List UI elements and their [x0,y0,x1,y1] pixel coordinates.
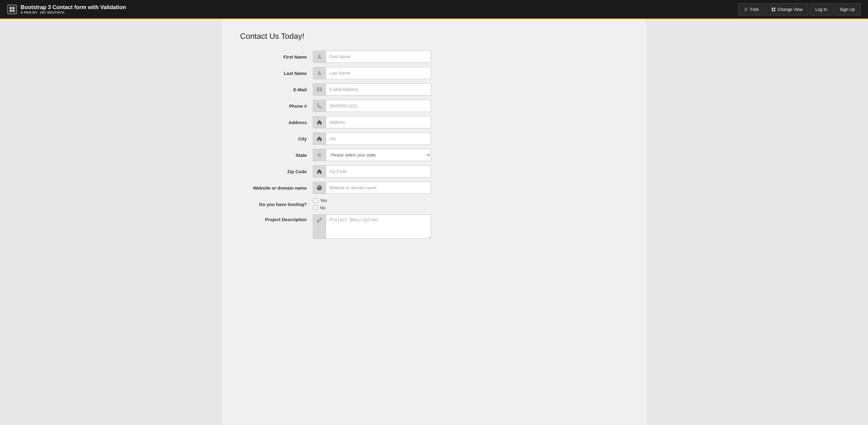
svg-rect-7 [774,9,775,11]
phone-icon [317,104,322,108]
home-icon-2 [317,136,322,141]
app-logo [7,4,17,14]
logo-icon [9,6,15,12]
navbar-actions: Fork Change View Log In Sign Up [738,3,861,16]
hosting-label: Do you have hosting? [240,202,313,207]
state-group: State Please select your stateAlabamaAla… [240,149,489,161]
hosting-yes-text: Yes [320,198,327,203]
navbar-title-block: Bootstrap 3 Contact form with Validation… [21,4,126,15]
form-title: Contact Us Today! [240,32,628,41]
phone-input-group [313,100,431,112]
phone-input[interactable] [326,100,431,112]
phone-label: Phone # [240,104,313,109]
first-name-addon [313,51,326,63]
email-group: E-Mail [240,83,489,95]
zip-input-group [313,165,431,177]
address-addon [313,116,326,128]
last-name-input[interactable] [326,67,431,79]
project-group: Project Description [240,215,489,239]
globe-icon [317,186,322,190]
fork-icon [744,7,748,11]
hosting-yes-radio[interactable] [313,198,318,203]
email-label: E-Mail [240,87,313,92]
svg-rect-6 [772,9,773,11]
website-group: Website or domain name [240,182,489,194]
project-addon [313,215,326,239]
first-name-group: First Name [240,51,489,63]
last-name-label: Last Name [240,71,313,76]
navbar: Bootstrap 3 Contact form with Validation… [0,0,868,20]
svg-rect-3 [12,10,14,12]
zip-label: Zip Code [240,169,313,174]
envelope-icon [317,87,322,92]
change-view-icon [771,7,776,11]
project-input-group [313,215,431,239]
state-select[interactable]: Please select your stateAlabamaAlaskaAri… [326,149,431,161]
website-addon [313,182,326,194]
navbar-title: Bootstrap 3 Contact form with Validation [21,4,126,11]
navbar-subtitle: A PEN BY Jay Deutsch [21,10,126,14]
city-input[interactable] [326,133,431,145]
first-name-input-group [313,51,431,63]
svg-rect-2 [10,10,12,12]
city-input-group [313,133,431,145]
address-input-group [313,116,431,128]
navbar-brand: Bootstrap 3 Contact form with Validation… [7,4,126,15]
person-icon-2 [317,71,322,76]
address-label: Address [240,120,313,125]
first-name-input[interactable] [326,51,431,63]
last-name-addon [313,67,326,79]
city-label: City [240,136,313,141]
hosting-no-text: No [320,205,326,210]
hosting-radio-group: Yes No [313,198,327,210]
fork-button[interactable]: Fork [738,3,764,16]
state-addon [313,149,326,161]
last-name-input-group [313,67,431,79]
website-label: Website or domain name [240,186,313,191]
svg-rect-1 [12,7,14,9]
home-icon [317,120,322,125]
email-input[interactable] [326,83,431,95]
project-textarea[interactable] [326,215,431,239]
zip-addon [313,165,326,177]
pencil-icon [317,218,322,223]
person-icon [317,54,322,59]
email-addon [313,83,326,95]
phone-addon [313,100,326,112]
svg-rect-4 [772,7,773,9]
svg-rect-0 [10,7,12,9]
state-label: State [240,152,313,158]
email-input-group [313,83,431,95]
page-wrapper: Contact Us Today! First Name Last Name [0,20,868,425]
project-label: Project Description [240,215,313,222]
signup-button[interactable]: Sign Up [834,3,861,16]
first-name-label: First Name [240,54,313,59]
contact-form: First Name Last Name [240,51,628,239]
address-group: Address [240,116,489,128]
state-input-group: Please select your stateAlabamaAlaskaAri… [313,149,431,161]
hosting-no-label[interactable]: No [313,205,327,210]
last-name-group: Last Name [240,67,489,79]
content-area: Contact Us Today! First Name Last Name [222,20,646,425]
phone-group: Phone # [240,100,489,112]
city-group: City [240,133,489,145]
hosting-no-radio[interactable] [313,205,318,210]
website-input-group [313,182,431,194]
svg-rect-5 [774,7,775,9]
list-icon [317,152,322,158]
city-addon [313,133,326,145]
website-input[interactable] [326,182,431,194]
hosting-yes-label[interactable]: Yes [313,198,327,203]
hosting-group: Do you have hosting? Yes No [240,198,489,210]
zip-input[interactable] [326,165,431,177]
login-button[interactable]: Log In [809,3,833,16]
home-icon-3 [317,169,322,174]
change-view-button[interactable]: Change View [766,3,808,16]
address-input[interactable] [326,116,431,128]
zip-group: Zip Code [240,165,489,177]
